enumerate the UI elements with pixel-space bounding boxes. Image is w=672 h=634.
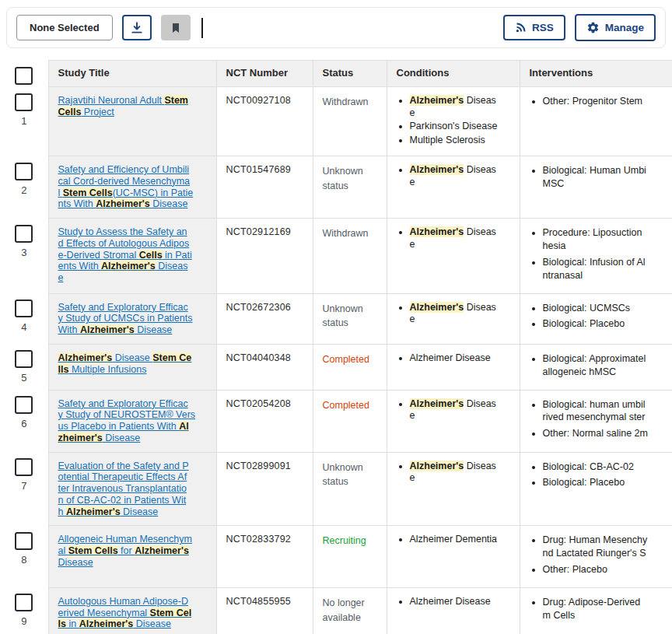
study-title-link[interactable]: Autologous Human Adipose-D erived Mesenc… bbox=[58, 596, 192, 630]
study-title-link[interactable]: Alzheimer's Disease Stem Ce lls Multiple… bbox=[58, 352, 192, 375]
conditions-cell: Alzheimer's Diseas e bbox=[387, 293, 520, 344]
table-row: 9 Autologous Human Adipose-D erived Mese… bbox=[0, 587, 672, 634]
text-segment: Multiple Sclerosis bbox=[410, 135, 485, 145]
study-status: Recruiting bbox=[313, 526, 387, 588]
condition-item: Alzheimer Disease bbox=[410, 352, 510, 365]
nct-number-cell: NCT00927108 bbox=[216, 87, 313, 156]
manage-button[interactable]: Manage bbox=[575, 14, 656, 41]
nct-number-cell: NCT02899091 bbox=[216, 452, 313, 526]
interventions-list: Drug: Adipose-Derived m Cells bbox=[530, 596, 672, 622]
conditions-cell: Alzheimer's Diseas e bbox=[387, 390, 520, 452]
download-button[interactable] bbox=[122, 15, 152, 40]
table-row: 6 Safety and Exploratory Efficac y Study… bbox=[0, 390, 672, 452]
conditions-cell: Alzheimer Disease bbox=[387, 344, 520, 390]
header-study-title: Study Title bbox=[48, 61, 216, 87]
row-select-cell: 1 bbox=[0, 87, 48, 156]
interventions-list: Drug: Human Mesenchy nd Lactated Riunger… bbox=[530, 534, 672, 576]
row-checkbox[interactable] bbox=[15, 594, 33, 611]
table-row: 7 Evaluation of the Safety and P otentia… bbox=[0, 452, 672, 526]
nct-number-cell: NCT04855955 bbox=[216, 587, 313, 634]
text-segment: Alzheimer Disease bbox=[410, 596, 491, 607]
study-status: Unknown status bbox=[313, 156, 387, 219]
conditions-list: Alzheimer Disease bbox=[397, 596, 510, 608]
conditions-cell: Alzheimer Disease bbox=[387, 587, 520, 634]
intervention-item: Drug: Human Mesenchy nd Lactated Riunger… bbox=[543, 534, 672, 560]
nct-number-cell: NCT04040348 bbox=[216, 344, 313, 390]
intervention-item: Drug: Adipose-Derived m Cells bbox=[543, 596, 672, 622]
manage-button-label: Manage bbox=[605, 22, 644, 33]
row-select-cell: 8 bbox=[0, 526, 48, 588]
toolbar-left-group: None Selected bbox=[16, 15, 203, 40]
study-title-link[interactable]: Rajavtihi Neuronal Adult Stem Cells Proj… bbox=[58, 95, 188, 117]
rss-button-label: RSS bbox=[532, 22, 554, 33]
study-title-cell: Alzheimer's Disease Stem Ce lls Multiple… bbox=[48, 344, 216, 390]
bookmark-icon bbox=[170, 22, 182, 34]
header-conditions: Conditions bbox=[387, 61, 520, 87]
intervention-item: Biological: Human Umbi MSC bbox=[543, 164, 672, 191]
intervention-item: Biological: UCMSCs bbox=[543, 302, 672, 315]
row-checkbox[interactable] bbox=[15, 93, 33, 111]
row-checkbox[interactable] bbox=[15, 299, 33, 317]
highlighted-term: Alzheimer's bbox=[410, 95, 464, 106]
none-selected-button[interactable]: None Selected bbox=[16, 15, 113, 40]
row-select-cell: 2 bbox=[0, 156, 48, 219]
highlighted-term: Alzheimer's bbox=[79, 618, 134, 629]
results-table-wrapper: Study Title NCT Number Status Conditions… bbox=[0, 60, 672, 634]
text-segment: Rajavtihi Neuronal Adult bbox=[58, 95, 165, 106]
bookmark-button[interactable] bbox=[161, 15, 191, 40]
row-checkbox[interactable] bbox=[15, 225, 33, 243]
row-select-cell: 4 bbox=[0, 293, 48, 344]
text-segment: Disease bbox=[121, 506, 159, 517]
study-title-cell: Study to Assess the Safety an d Effects … bbox=[48, 219, 216, 294]
nct-number-cell: NCT02054208 bbox=[216, 390, 313, 452]
interventions-cell: Biological: Human Umbi MSC bbox=[520, 156, 672, 219]
conditions-list: Alzheimer's Diseas eParkinson's DiseaseM… bbox=[397, 95, 510, 146]
study-title-link[interactable]: Evaluation of the Safety and P otential … bbox=[58, 461, 189, 517]
condition-item: Parkinson's Disease bbox=[410, 121, 510, 133]
study-title-link[interactable]: Safety and Efficiency of Umbili cal Cord… bbox=[58, 164, 194, 209]
conditions-cell: Alzheimer's Diseas e bbox=[387, 156, 520, 219]
study-status: No longer available bbox=[313, 587, 387, 634]
interventions-cell: Drug: Adipose-Derived m Cells bbox=[520, 587, 672, 634]
row-number: 2 bbox=[0, 184, 48, 196]
condition-item: Alzheimer's Diseas e bbox=[410, 226, 510, 250]
study-title-link[interactable]: Allogeneic Human Mesenchym al Stem Cells… bbox=[58, 534, 192, 568]
intervention-item: Biological: Placebo bbox=[543, 476, 672, 489]
select-all-checkbox[interactable] bbox=[15, 67, 33, 85]
row-checkbox[interactable] bbox=[15, 163, 33, 180]
study-status: Unknown status bbox=[313, 293, 387, 344]
study-title-cell: Rajavtihi Neuronal Adult Stem Cells Proj… bbox=[48, 87, 216, 156]
rss-button[interactable]: RSS bbox=[503, 15, 565, 40]
highlighted-term: Alzheimer's bbox=[410, 461, 464, 471]
interventions-cell: Procedure: Liposuction hesiaBiological: … bbox=[520, 219, 672, 294]
row-number: 1 bbox=[0, 115, 48, 127]
rss-icon bbox=[515, 22, 527, 33]
row-checkbox[interactable] bbox=[15, 396, 33, 414]
intervention-item: Biological: Approximatel allogeneic hMSC bbox=[543, 352, 672, 379]
table-row: 1 Rajavtihi Neuronal Adult Stem Cells Pr… bbox=[0, 87, 672, 156]
header-status: Status bbox=[313, 61, 387, 87]
text-segment: Disease bbox=[133, 618, 171, 629]
row-select-cell: 7 bbox=[0, 452, 48, 526]
highlighted-term: Alzheimer's bbox=[135, 545, 189, 556]
row-checkbox[interactable] bbox=[15, 532, 33, 550]
header-nct-number: NCT Number bbox=[216, 61, 313, 87]
condition-item: Multiple Sclerosis bbox=[410, 135, 510, 147]
conditions-list: Alzheimer Disease bbox=[397, 352, 510, 365]
condition-item: Alzheimer's Diseas e bbox=[410, 95, 510, 119]
highlighted-term: Alzheimer's bbox=[410, 164, 464, 175]
study-status: Withdrawn bbox=[313, 219, 387, 294]
nct-number-cell: NCT01547689 bbox=[216, 156, 313, 219]
conditions-list: Alzheimer's Diseas e bbox=[397, 302, 510, 326]
row-checkbox[interactable] bbox=[15, 350, 33, 368]
highlighted-term: Alzheimer's bbox=[80, 324, 135, 335]
study-title-link[interactable]: Study to Assess the Safety an d Effects … bbox=[58, 226, 192, 283]
study-title-link[interactable]: Safety and Exploratory Efficac y Study o… bbox=[58, 302, 193, 336]
interventions-list: Biological: CB-AC-02Biological: Placebo bbox=[530, 461, 672, 490]
row-number: 5 bbox=[0, 372, 48, 384]
study-title-link[interactable]: Safety and Exploratory Efficac y Study o… bbox=[58, 398, 196, 443]
row-checkbox[interactable] bbox=[15, 458, 33, 476]
row-number: 6 bbox=[0, 418, 48, 429]
interventions-cell: Biological: UCMSCsBiological: Placebo bbox=[520, 293, 672, 344]
condition-item: Alzheimer Dementia bbox=[410, 534, 510, 546]
